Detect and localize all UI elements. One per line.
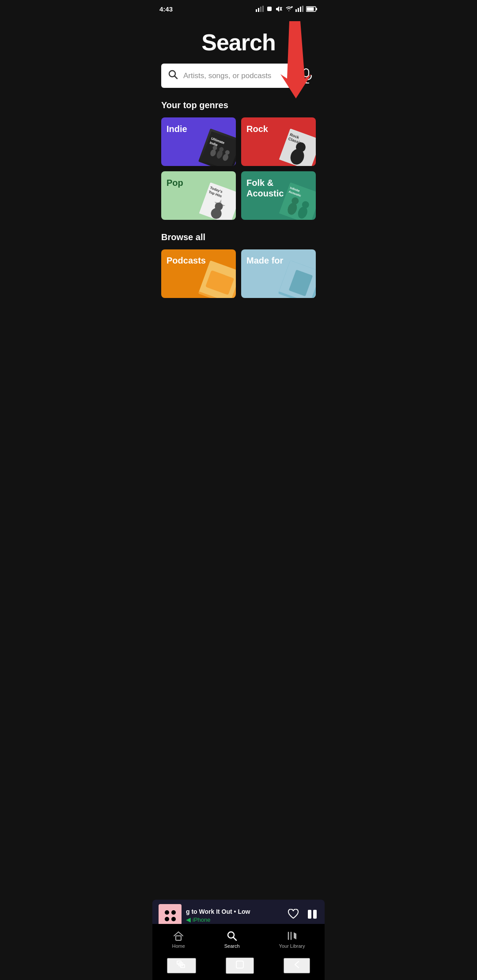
search-icon bbox=[168, 70, 178, 82]
genre-grid: Indie Ultimate Indie bbox=[161, 117, 316, 220]
genre-folk-label: Folk &Acoustic bbox=[246, 177, 284, 199]
svg-rect-21 bbox=[201, 131, 236, 166]
status-bar: 4:43 bbox=[152, 0, 325, 16]
battery-icon bbox=[306, 6, 318, 12]
svg-rect-8 bbox=[295, 9, 297, 12]
svg-rect-9 bbox=[298, 8, 299, 12]
browse-madefor[interactable]: Made for bbox=[241, 249, 316, 298]
browse-madefor-art bbox=[278, 260, 316, 298]
svg-rect-14 bbox=[307, 7, 314, 11]
signal2-icon bbox=[295, 6, 303, 12]
genre-folk[interactable]: Folk &Acoustic Infinite Acoustic bbox=[241, 171, 316, 220]
svg-rect-2 bbox=[260, 7, 261, 12]
signal-icon bbox=[256, 6, 264, 12]
genre-folk-album: Infinite Acoustic bbox=[278, 182, 316, 220]
genre-indie-label: Indie bbox=[167, 124, 187, 134]
genre-pop-album: Today's Top Hits bbox=[198, 182, 236, 220]
genre-rock-label: Rock bbox=[246, 124, 268, 134]
status-time: 4:43 bbox=[159, 5, 173, 13]
search-placeholder[interactable]: Artists, songs, or podcasts bbox=[183, 72, 284, 80]
browse-podcasts-art bbox=[198, 260, 236, 298]
svg-rect-10 bbox=[300, 7, 301, 12]
svg-point-7 bbox=[291, 6, 293, 8]
svg-line-17 bbox=[174, 76, 177, 79]
genre-indie-album: Ultimate Indie bbox=[198, 128, 236, 166]
svg-marker-15 bbox=[280, 21, 311, 98]
notification-icon bbox=[266, 6, 273, 12]
svg-rect-1 bbox=[258, 8, 259, 12]
browse-podcasts[interactable]: Podcasts bbox=[161, 249, 236, 298]
svg-rect-11 bbox=[302, 6, 303, 12]
browse-madefor-label: Made for bbox=[246, 256, 283, 266]
search-input-wrapper[interactable]: Artists, songs, or podcasts bbox=[161, 64, 291, 88]
status-icons bbox=[256, 6, 318, 12]
browse-podcasts-label: Podcasts bbox=[167, 256, 206, 266]
browse-grid: Podcasts Made for bbox=[161, 249, 316, 298]
svg-rect-4 bbox=[267, 7, 272, 11]
svg-rect-0 bbox=[256, 9, 257, 12]
genre-pop[interactable]: Pop Today's Top Hits bbox=[161, 171, 236, 220]
mute-icon bbox=[275, 6, 282, 12]
browse-all-title: Browse all bbox=[161, 232, 316, 242]
genre-indie[interactable]: Indie Ultimate Indie bbox=[161, 117, 236, 166]
wifi-icon bbox=[285, 6, 293, 12]
svg-rect-13 bbox=[316, 8, 317, 10]
red-arrow bbox=[276, 21, 316, 102]
svg-rect-3 bbox=[262, 6, 264, 12]
genre-rock-album: Rock Classics bbox=[278, 128, 316, 166]
genre-pop-label: Pop bbox=[167, 177, 183, 188]
genre-rock[interactable]: Rock Rock Classics bbox=[241, 117, 316, 166]
